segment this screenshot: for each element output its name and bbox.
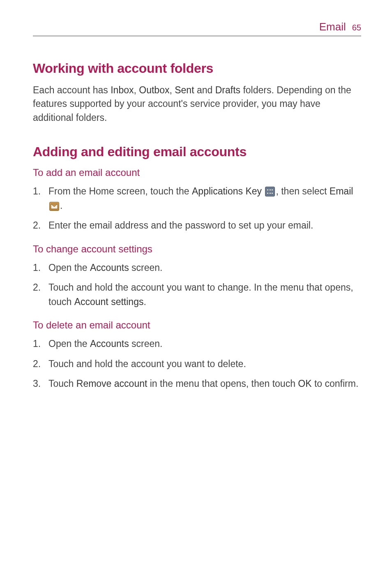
manual-page: Email 65 Working with account folders Ea… — [0, 0, 392, 426]
step-number: 2. — [33, 357, 41, 371]
text-fragment: Touch — [48, 378, 76, 389]
email-app-label: Email — [330, 186, 353, 196]
accounts-label: Accounts — [90, 338, 129, 349]
text-fragment: Open the — [48, 262, 90, 273]
step-number: 1. — [33, 261, 41, 275]
header-section-title: Email — [319, 21, 346, 33]
text-fragment: , — [169, 85, 175, 95]
accounts-label: Accounts — [90, 262, 129, 273]
step-number: 1. — [33, 184, 41, 199]
list-item: 2. Touch and hold the account you want t… — [33, 357, 361, 371]
list-item: 2. Touch and hold the account you want t… — [33, 280, 361, 309]
text-fragment: screen. — [129, 262, 163, 273]
step-number: 1. — [33, 337, 41, 351]
section-heading-folders: Working with account folders — [33, 61, 361, 76]
remove-account-label: Remove account — [76, 378, 148, 389]
delete-account-steps: 1. Open the Accounts screen. 2. Touch an… — [33, 337, 361, 391]
section-heading-accounts: Adding and editing email accounts — [33, 144, 361, 159]
list-item: 1. Open the Accounts screen. — [33, 261, 361, 275]
ok-label: OK — [298, 378, 311, 389]
sub-heading-change-settings: To change account settings — [33, 243, 361, 255]
folders-description: Each account has Inbox, Outbox, Sent and… — [33, 83, 361, 125]
list-item: 3. Touch Remove account in the menu that… — [33, 377, 361, 391]
step-number: 3. — [33, 377, 41, 391]
sub-heading-delete-account: To delete an email account — [33, 319, 361, 331]
add-account-steps: 1. From the Home screen, touch the Appli… — [33, 184, 361, 233]
page-header: Email 65 — [33, 21, 361, 36]
change-settings-steps: 1. Open the Accounts screen. 2. Touch an… — [33, 261, 361, 309]
inbox-label: Inbox — [111, 85, 134, 95]
text-fragment: Enter the email address and the password… — [48, 220, 313, 231]
page-number: 65 — [352, 23, 361, 32]
step-number: 2. — [33, 280, 41, 295]
account-settings-label: Account settings — [74, 296, 144, 307]
list-item: 1. Open the Accounts screen. — [33, 337, 361, 351]
text-fragment: Touch and hold the account you want to d… — [48, 358, 246, 369]
applications-key-icon — [265, 187, 275, 196]
applications-key-label: Applications Key — [192, 186, 262, 196]
text-fragment: in the menu that opens, then touch — [147, 378, 298, 389]
text-fragment: , then select — [276, 186, 329, 196]
text-fragment: to confirm. — [312, 378, 359, 389]
sent-label: Sent — [175, 85, 194, 95]
list-item: 1. From the Home screen, touch the Appli… — [33, 184, 361, 213]
email-app-icon — [49, 202, 59, 211]
sub-heading-add-account: To add an email account — [33, 167, 361, 178]
outbox-label: Outbox — [139, 85, 169, 95]
text-fragment: , — [134, 85, 139, 95]
text-fragment: Open the — [48, 338, 90, 349]
text-fragment: Each account has — [33, 85, 111, 95]
text-fragment: screen. — [129, 338, 163, 349]
text-fragment: . — [60, 200, 62, 211]
text-fragment: From the Home screen, touch the — [48, 186, 192, 196]
step-number: 2. — [33, 218, 41, 233]
list-item: 2. Enter the email address and the passw… — [33, 218, 361, 233]
drafts-label: Drafts — [215, 85, 240, 95]
text-fragment: . — [143, 296, 146, 307]
text-fragment: and — [194, 85, 215, 95]
